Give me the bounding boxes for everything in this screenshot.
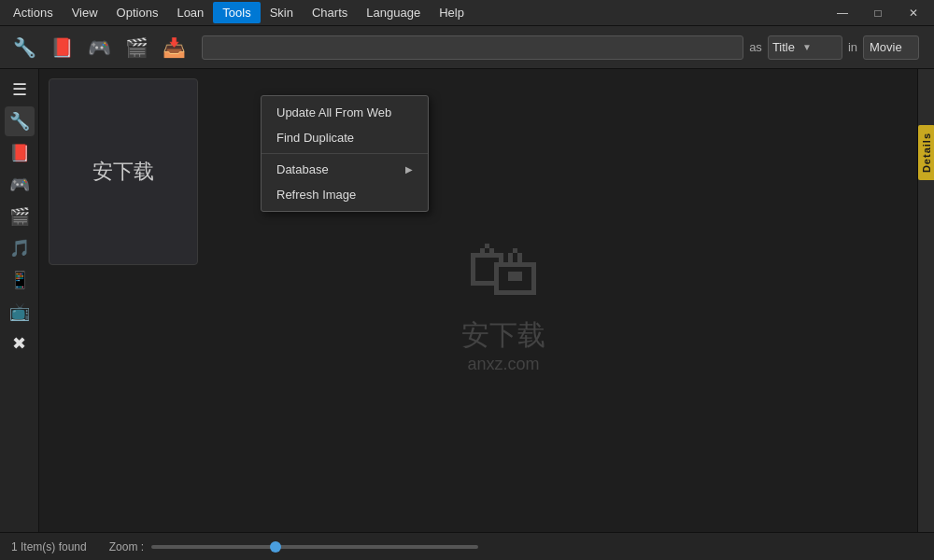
menu-view[interactable]: View <box>63 2 107 23</box>
sidebar-film[interactable]: 🎬 <box>5 202 35 231</box>
zoom-label: Zoom : <box>109 540 144 553</box>
titlebar-controls: — □ ✕ <box>826 0 930 26</box>
items-found-label: 1 Item(s) found <box>11 540 87 553</box>
toolbar-game-icon[interactable]: 🎮 <box>82 31 116 64</box>
menubar: Actions View Options Loan Tools Skin Cha… <box>4 2 474 23</box>
submenu-arrow-icon: ▶ <box>405 164 413 175</box>
database-label: Database <box>276 162 329 176</box>
toolbar-tools-icon[interactable]: 🔧 <box>7 31 41 64</box>
zoom-area: Zoom : <box>109 540 478 553</box>
watermark-area: 🛍 安下载 anxz.com <box>461 227 545 374</box>
menu-item-refresh-image[interactable]: Refresh Image <box>262 182 428 207</box>
menu-options[interactable]: Options <box>107 2 168 23</box>
sidebar-spreadsheet[interactable]: ✖ <box>5 329 35 358</box>
maximize-button[interactable]: □ <box>861 0 895 26</box>
sidebar-hamburger[interactable]: ☰ <box>5 75 35 105</box>
left-sidebar: ☰ 🔧 📕 🎮 🎬 🎵 📱 📺 ✖ <box>0 69 39 532</box>
sidebar-tools[interactable]: 🔧 <box>5 106 35 136</box>
menu-loan[interactable]: Loan <box>167 2 213 23</box>
main-layout: ☰ 🔧 📕 🎮 🎬 🎵 📱 📺 ✖ 安下载 🛍 安下载 anxz.com Upd… <box>0 69 934 532</box>
update-from-web-label: Update All From Web <box>276 105 391 119</box>
sidebar-handheld[interactable]: 📱 <box>5 265 35 295</box>
watermark-icon: 🛍 <box>466 227 541 313</box>
content-area: 安下载 🛍 安下载 anxz.com Update All From Web F… <box>39 69 917 532</box>
search-input[interactable] <box>202 35 743 60</box>
close-button[interactable]: ✕ <box>897 0 930 26</box>
sidebar-music[interactable]: 🎵 <box>5 233 35 263</box>
statusbar: 1 Item(s) found Zoom : <box>0 532 934 560</box>
watermark-text-en: anxz.com <box>467 355 539 374</box>
search-type-value: Title <box>772 40 795 54</box>
toolbar-film-icon[interactable]: 🎬 <box>120 31 153 64</box>
search-scope-value: Movie <box>863 35 919 60</box>
search-area: as Title ▼ in Movie <box>202 35 919 60</box>
menu-tools[interactable]: Tools <box>213 2 260 23</box>
sidebar-game[interactable]: 🎮 <box>5 170 35 200</box>
sidebar-dictionary[interactable]: 📕 <box>5 138 35 168</box>
menu-charts[interactable]: Charts <box>303 2 357 23</box>
menu-item-find-duplicate[interactable]: Find Duplicate <box>262 125 428 150</box>
thumbnail-panel: 安下载 <box>49 78 198 265</box>
find-duplicate-label: Find Duplicate <box>276 131 354 145</box>
titlebar: Actions View Options Loan Tools Skin Cha… <box>0 0 934 26</box>
tools-dropdown-menu: Update All From Web Find Duplicate Datab… <box>261 95 429 212</box>
chevron-down-icon: ▼ <box>802 42 812 52</box>
search-in-label: in <box>848 40 857 54</box>
toolbar: 🔧 📕 🎮 🎬 📥 as Title ▼ in Movie <box>0 26 934 69</box>
menu-actions[interactable]: Actions <box>4 2 63 23</box>
watermark-text-cn: 安下载 <box>461 316 545 355</box>
details-tab[interactable]: Details <box>918 125 935 180</box>
zoom-thumb[interactable] <box>270 541 281 553</box>
search-as-label: as <box>749 40 762 54</box>
menu-divider <box>262 153 428 154</box>
minimize-button[interactable]: — <box>826 0 859 26</box>
refresh-image-label: Refresh Image <box>276 188 356 202</box>
right-sidebar: Details <box>917 69 934 532</box>
menu-item-update-from-web[interactable]: Update All From Web <box>262 100 428 125</box>
zoom-slider[interactable] <box>151 545 478 549</box>
toolbar-download-icon[interactable]: 📥 <box>157 31 191 64</box>
sidebar-tv[interactable]: 📺 <box>5 297 35 327</box>
menu-item-database[interactable]: Database ▶ <box>262 157 428 182</box>
search-type-dropdown[interactable]: Title ▼ <box>768 35 842 60</box>
menu-skin[interactable]: Skin <box>261 2 303 23</box>
menu-language[interactable]: Language <box>357 2 430 23</box>
menu-help[interactable]: Help <box>430 2 474 23</box>
toolbar-dictionary-icon[interactable]: 📕 <box>45 31 78 64</box>
thumbnail-text: 安下载 <box>92 158 154 186</box>
